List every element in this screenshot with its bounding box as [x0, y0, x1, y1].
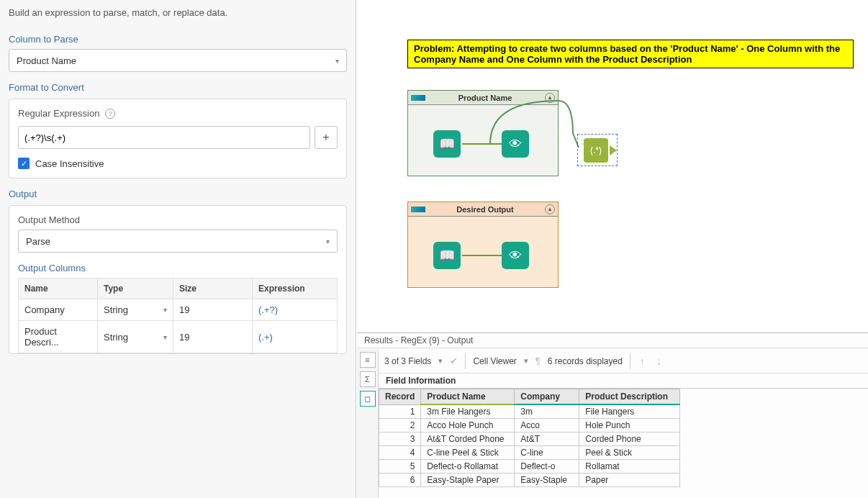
- cell-product-description: Rollamat: [579, 460, 680, 474]
- column-to-parse-dropdown[interactable]: Product Name ▾: [9, 49, 347, 72]
- table-row[interactable]: 2Acco Hole PunchAccoHole Punch: [379, 419, 680, 433]
- header-company[interactable]: Company: [515, 389, 579, 405]
- results-sidebar: ≡ Σ ◻: [357, 349, 379, 498]
- container-title: Product Name: [458, 94, 512, 102]
- cell-type: String: [104, 332, 128, 343]
- cell-product-name: 3m File Hangers: [421, 404, 515, 419]
- fields-count: 3 of 3 Fields: [384, 356, 431, 366]
- cell-company: Acco: [515, 419, 579, 433]
- browse-tool[interactable]: 👁: [502, 242, 529, 269]
- view-mode-icon[interactable]: ≡: [360, 352, 376, 368]
- cell-size: 19: [173, 321, 253, 353]
- cell-record: 2: [379, 419, 421, 433]
- separator: [630, 353, 630, 369]
- col-header-expr: Expression: [253, 279, 338, 299]
- format-to-convert-section: Regular Expression ? + ✓ Case Insensitiv…: [9, 99, 347, 178]
- regex-label: Regular Expression: [18, 108, 99, 119]
- check-icon[interactable]: ✔: [450, 356, 458, 366]
- output-columns-table: Name Type Size Expression Company String…: [18, 278, 338, 353]
- regex-input[interactable]: [18, 126, 310, 149]
- table-row[interactable]: 6Easy-Staple PaperEasy-StaplePaper: [379, 474, 680, 487]
- help-icon[interactable]: ?: [105, 109, 115, 119]
- cell-company: Easy-Staple: [515, 474, 579, 487]
- cell-product-name: C-line Peel & Stick: [421, 446, 515, 460]
- right-area: Problem: Attempting to create two column…: [357, 0, 868, 498]
- results-panel: Results - RegEx (9) - Output ≡ Σ ◻ 3 of …: [357, 332, 868, 498]
- case-insensitive-checkbox[interactable]: ✓: [18, 158, 30, 169]
- col-header-name: Name: [19, 279, 98, 299]
- table-row[interactable]: Product Descri... String▾ 19 (.+): [19, 321, 338, 353]
- connector: [462, 255, 502, 256]
- results-title: Results - RegEx (9) - Output: [357, 333, 868, 348]
- container-icon: [411, 207, 425, 212]
- view-mode-icon[interactable]: ◻: [360, 391, 376, 407]
- connector: [462, 143, 502, 145]
- workflow-canvas[interactable]: Problem: Attempting to create two column…: [357, 0, 868, 332]
- results-toolbar: 3 of 3 Fields ▾ ✔ Cell Viewer ▾ ¶ 6 reco…: [379, 349, 868, 374]
- cell-product-name: Acco Hole Punch: [421, 419, 515, 433]
- chevron-down-icon[interactable]: ▾: [163, 333, 167, 341]
- output-columns-label: Output Columns: [18, 263, 338, 273]
- cell-company: Deflect-o: [515, 460, 579, 474]
- column-to-parse-value: Product Name: [17, 55, 76, 66]
- up-arrow-icon[interactable]: ↑: [638, 356, 647, 367]
- header-product-description[interactable]: Product Description: [579, 389, 680, 405]
- cell-product-description: Paper: [579, 474, 680, 487]
- cell-record: 1: [379, 404, 421, 419]
- cell-product-name: At&T Corded Phone: [421, 433, 515, 446]
- cell-product-description: Corded Phone: [579, 433, 680, 446]
- table-row[interactable]: 13m File Hangers3mFile Hangers: [379, 404, 680, 419]
- problem-annotation: Problem: Attempting to create two column…: [407, 40, 854, 68]
- paragraph-icon[interactable]: ¶: [535, 356, 541, 366]
- cell-type: String: [104, 304, 128, 315]
- cell-product-description: File Hangers: [579, 404, 680, 419]
- output-method-value: Parse: [26, 236, 50, 247]
- fields-dropdown[interactable]: ▾: [438, 356, 443, 366]
- table-row[interactable]: Company String▾ 19 (.+?): [19, 299, 338, 321]
- text-input-tool[interactable]: 📖: [433, 130, 461, 158]
- table-row[interactable]: 5Deflect-o RollamatDeflect-oRollamat: [379, 460, 680, 474]
- cell-viewer-label: Cell Viewer: [473, 356, 516, 366]
- chevron-down-icon: ▾: [335, 57, 339, 65]
- view-mode-icon[interactable]: Σ: [360, 371, 376, 387]
- down-arrow-icon[interactable]: ↓: [654, 356, 664, 367]
- case-insensitive-label: Case Insensitive: [35, 158, 104, 169]
- regex-tool-icon: (.*): [584, 138, 608, 163]
- header-record[interactable]: Record: [379, 389, 421, 405]
- cell-expr: (.+): [253, 321, 338, 353]
- cell-company: At&T: [515, 433, 579, 446]
- field-information-label: Field Information: [379, 374, 868, 389]
- collapse-icon[interactable]: ▴: [545, 204, 555, 214]
- column-to-parse-label: Column to Parse: [9, 34, 347, 45]
- cell-record: 4: [379, 446, 421, 460]
- output-label: Output: [9, 189, 347, 199]
- table-row[interactable]: 4C-line Peel & StickC-linePeel & Stick: [379, 446, 680, 460]
- container-icon: [411, 95, 425, 101]
- config-panel: Build an expression to parse, match, or …: [0, 0, 356, 498]
- chevron-down-icon: ▾: [326, 237, 330, 245]
- cell-product-name: Deflect-o Rollamat: [421, 460, 515, 474]
- output-section: Output Method Parse ▾ Output Columns Nam…: [9, 205, 347, 354]
- cell-name: Product Descri...: [19, 321, 98, 353]
- chevron-down-icon[interactable]: ▾: [163, 306, 167, 314]
- collapse-icon[interactable]: ▴: [545, 93, 555, 103]
- cell-expr: (.+?): [253, 299, 338, 321]
- cell-record: 5: [379, 460, 421, 474]
- container-desired-output[interactable]: Desired Output ▴ 📖 👁: [407, 202, 559, 288]
- results-table: Record Product Name Company Product Desc…: [379, 389, 680, 487]
- output-method-label: Output Method: [18, 214, 338, 225]
- add-button[interactable]: +: [315, 126, 338, 149]
- regex-tool-selected[interactable]: (.*): [577, 134, 618, 166]
- cell-viewer-dropdown[interactable]: ▾: [524, 356, 528, 366]
- text-input-tool[interactable]: 📖: [433, 242, 461, 269]
- container-product-name[interactable]: Product Name ▴ 📖 👁: [407, 90, 559, 176]
- format-to-convert-label: Format to Convert: [9, 82, 347, 93]
- table-row[interactable]: 3At&T Corded PhoneAt&TCorded Phone: [379, 433, 680, 446]
- container-title: Desired Output: [456, 205, 513, 214]
- browse-tool[interactable]: 👁: [502, 130, 529, 158]
- output-method-dropdown[interactable]: Parse ▾: [18, 230, 338, 253]
- header-product-name[interactable]: Product Name: [421, 389, 515, 405]
- cell-product-description: Hole Punch: [579, 419, 680, 433]
- col-header-type: Type: [98, 279, 173, 299]
- separator: [465, 353, 466, 369]
